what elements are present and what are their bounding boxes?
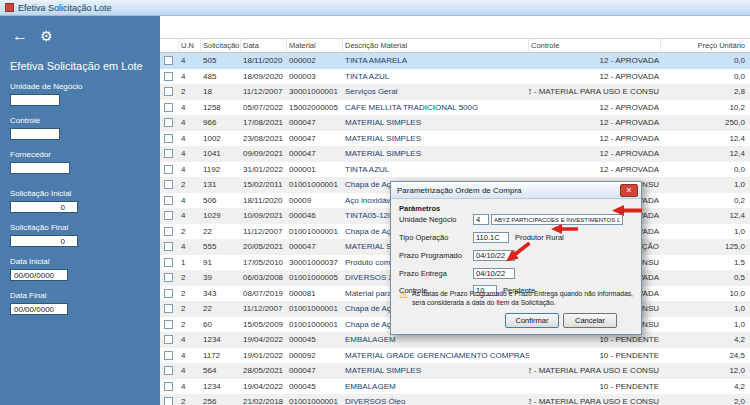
unidade-negocio-label: Unidade Negócio: [399, 215, 473, 224]
row-checkbox[interactable]: [164, 397, 173, 405]
cell-material: 01001000001: [287, 177, 343, 193]
header-descricao[interactable]: Descrição Material: [343, 39, 529, 52]
window-titlebar: Efetiva Solicitação Lote: [0, 0, 750, 16]
cell-data: 06/03/2008: [241, 270, 287, 286]
back-button-icon[interactable]: ←: [12, 28, 28, 44]
sidebar-field-input[interactable]: [10, 128, 60, 140]
table-row[interactable]: 4 1041 09/09/2021 000047 MATERIAL SIMPLE…: [160, 146, 750, 162]
cell-preco: 10,2: [661, 100, 750, 116]
cell-un: 4: [179, 239, 201, 255]
cell-data: 18/09/2020: [241, 69, 287, 85]
table-row[interactable]: 4 1002 23/08/2021 000047 MATERIAL SIMPLE…: [160, 131, 750, 147]
cell-solicitacao: 1234: [201, 379, 241, 395]
cell-un: 2: [179, 286, 201, 302]
row-checkbox[interactable]: [164, 273, 173, 282]
row-checkbox-cell: [160, 146, 179, 162]
cell-material: 01001000005: [287, 270, 343, 286]
sidebar-field-input[interactable]: [10, 303, 68, 315]
cell-preco: 1,0: [661, 224, 750, 240]
tipo-operacao-input[interactable]: [473, 232, 509, 243]
row-checkbox[interactable]: [164, 242, 173, 251]
row-checkbox[interactable]: [164, 382, 173, 391]
cell-un: 4: [179, 131, 201, 147]
cell-data: 11/12/2007: [241, 224, 287, 240]
sidebar-field-input[interactable]: [10, 162, 70, 174]
row-checkbox[interactable]: [164, 134, 173, 143]
row-checkbox[interactable]: [164, 304, 173, 313]
sidebar-field-input[interactable]: [10, 201, 78, 213]
confirmar-button[interactable]: Confirmar: [505, 313, 559, 328]
cell-data: 18/11/2020: [241, 193, 287, 209]
cell-un: 4: [179, 379, 201, 395]
cell-controle: 12 - APROVADA: [529, 131, 661, 147]
field-row-tipo-operacao: Tipo Operação Produtor Rural: [399, 231, 635, 244]
table-row[interactable]: 2 18 11/12/2007 30001000001 Serviços Ger…: [160, 84, 750, 100]
row-checkbox[interactable]: [164, 211, 173, 220]
row-checkbox[interactable]: [164, 149, 173, 158]
settings-gear-icon[interactable]: ⚙: [40, 29, 53, 43]
row-checkbox[interactable]: [164, 351, 173, 360]
cell-un: 4: [179, 146, 201, 162]
header-solicitacao[interactable]: Solicitação: [201, 39, 241, 52]
table-row[interactable]: 4 1192 31/01/2022 000001 TINTA AZUL 12 -…: [160, 162, 750, 178]
warning-icon: ⚠: [399, 290, 408, 307]
prazo-entrega-input[interactable]: [473, 268, 515, 279]
header-preco[interactable]: Preço Unitário: [661, 39, 750, 52]
dialog-close-button[interactable]: ×: [620, 184, 638, 197]
sidebar-field-input[interactable]: [10, 235, 78, 247]
sidebar-field: Solicitação Inicial: [10, 189, 150, 213]
row-checkbox[interactable]: [164, 165, 173, 174]
row-checkbox-cell: [160, 255, 179, 271]
row-checkbox[interactable]: [164, 72, 173, 81]
cell-solicitacao: 1192: [201, 162, 241, 178]
header-data[interactable]: Data: [241, 39, 287, 52]
cell-material: 01001000001: [287, 301, 343, 317]
row-checkbox[interactable]: [164, 196, 173, 205]
row-checkbox[interactable]: [164, 335, 173, 344]
cell-controle: 10 - PENDENTE: [529, 379, 661, 395]
cell-un: 2: [179, 394, 201, 405]
header-controle[interactable]: Controle: [529, 39, 661, 52]
row-checkbox-cell: [160, 379, 179, 395]
row-checkbox[interactable]: [164, 258, 173, 267]
warning-text: As datas de Prazo Programado e Prazo Ent…: [412, 290, 633, 307]
row-checkbox-cell: [160, 131, 179, 147]
cell-material: 01001000001: [287, 317, 343, 333]
row-checkbox[interactable]: [164, 118, 173, 127]
cell-controle: 12 - APROVADA: [529, 69, 661, 85]
row-checkbox[interactable]: [164, 366, 173, 375]
row-checkbox[interactable]: [164, 56, 173, 65]
cell-un: 2: [179, 84, 201, 100]
header-material[interactable]: Material: [287, 39, 343, 52]
row-checkbox-cell: [160, 348, 179, 364]
header-un[interactable]: U.N: [179, 39, 201, 52]
sidebar-field-input[interactable]: [10, 94, 60, 106]
cell-un: 2: [179, 224, 201, 240]
row-checkbox-cell: [160, 317, 179, 333]
row-checkbox[interactable]: [164, 87, 173, 96]
row-checkbox-cell: [160, 53, 179, 69]
cell-material: 000045: [287, 332, 343, 348]
table-row[interactable]: 4 564 28/05/2021 000047 MATERIAL SIMPLES…: [160, 363, 750, 379]
cell-controle: 2 - MATERIAL PARA USO E CONSU: [529, 84, 661, 100]
table-row[interactable]: 2 256 21/02/2018 01001000001 DIVERSOS Ól…: [160, 394, 750, 405]
row-checkbox[interactable]: [164, 103, 173, 112]
cell-material: 000002: [287, 53, 343, 69]
table-row[interactable]: 4 505 18/11/2020 000002 TINTA AMARELA 12…: [160, 53, 750, 69]
table-row[interactable]: 4 1258 05/07/2022 15002000005 CAFE MELLI…: [160, 100, 750, 116]
table-row[interactable]: 4 1172 19/01/2022 000092 MATERIAL GRADE …: [160, 348, 750, 364]
row-checkbox[interactable]: [164, 227, 173, 236]
row-checkbox[interactable]: [164, 320, 173, 329]
row-checkbox-cell: [160, 270, 179, 286]
cell-solicitacao: 1029: [201, 208, 241, 224]
unidade-negocio-code-input[interactable]: [473, 214, 489, 225]
row-checkbox[interactable]: [164, 289, 173, 298]
cell-data: 28/05/2021: [241, 363, 287, 379]
table-row[interactable]: 4 485 18/09/2020 000003 TINTA AZUL 12 - …: [160, 69, 750, 85]
sidebar-field-input[interactable]: [10, 269, 68, 281]
row-checkbox[interactable]: [164, 180, 173, 189]
table-row[interactable]: 4 1234 19/04/2022 000045 EMBALAGEM 10 - …: [160, 379, 750, 395]
cancelar-button[interactable]: Cancelar: [563, 313, 617, 328]
table-row[interactable]: 4 966 17/08/2021 000047 MATERIAL SIMPLES…: [160, 115, 750, 131]
table-header: U.N Solicitação Data Material Descrição …: [160, 38, 750, 53]
